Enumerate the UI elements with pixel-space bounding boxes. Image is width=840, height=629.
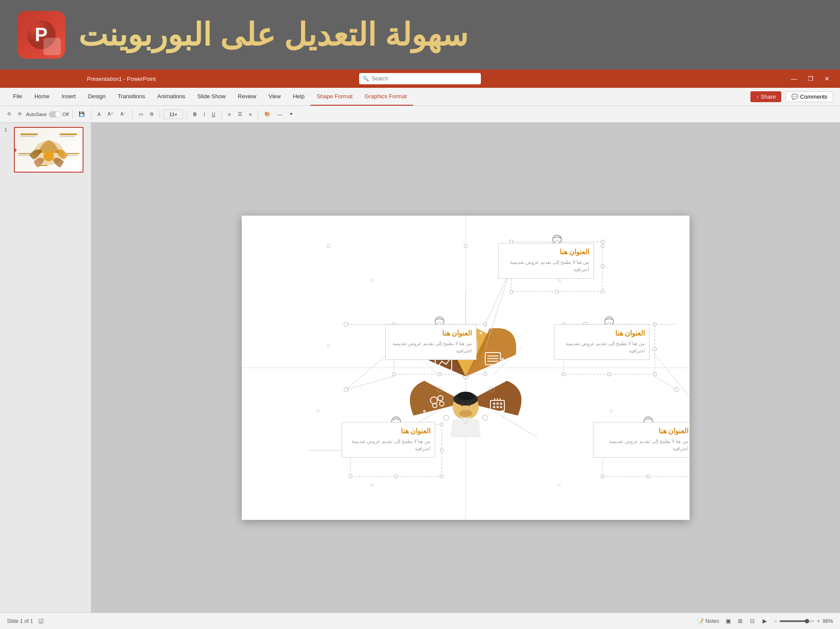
toolbar-fill[interactable]: 🎨 <box>262 109 273 120</box>
zoom-minus[interactable]: − <box>774 618 777 624</box>
svg-point-111 <box>453 393 478 406</box>
svg-point-139 <box>371 280 373 282</box>
status-left: Slide 1 of 1 ☑ <box>7 618 44 625</box>
toolbar-arrange[interactable]: ⧉ <box>147 109 156 120</box>
comments-icon: 💬 <box>791 93 798 100</box>
svg-point-57 <box>349 475 352 478</box>
toolbar-align-center[interactable]: ☰ <box>235 109 245 120</box>
svg-point-37 <box>392 373 396 376</box>
svg-point-38 <box>483 373 487 376</box>
toolbar-italic[interactable]: I <box>201 109 207 120</box>
zoom-slider[interactable] <box>780 620 814 622</box>
svg-point-110 <box>453 394 479 420</box>
toolbar-line[interactable]: — <box>275 109 285 120</box>
svg-point-102 <box>501 358 504 360</box>
tab-help[interactable]: Help <box>287 88 311 106</box>
reading-view-icon[interactable]: ⊡ <box>748 616 757 626</box>
toolbar: ⟲ ⟳ AutoSave Off 💾 A A⁺ A⁻ ▭ ⧉ 11+ B I U… <box>0 106 840 123</box>
svg-line-134 <box>346 376 394 389</box>
ribbon: File Home Insert Design Transitions Anim… <box>0 88 840 106</box>
autosave-pill[interactable] <box>49 111 61 117</box>
minimize-button[interactable]: — <box>788 73 800 85</box>
svg-point-17 <box>464 244 467 248</box>
autosave-toggle[interactable]: AutoSave Off <box>26 111 69 117</box>
toolbar-redo[interactable]: ⟳ <box>15 109 24 120</box>
textbox-top-right-title: العنوان هنا <box>559 329 645 337</box>
autosave-label: AutoSave <box>26 112 47 117</box>
textbox-bottom-left-body: من هنا لا يطمح إلى تقديم عروض تقديمية اح… <box>347 438 430 453</box>
slide-canvas: العنوان هنا من هنا لا يطمح إلى تقديم عرو… <box>242 216 690 520</box>
svg-line-23 <box>494 411 537 437</box>
slide-canvas-area[interactable]: العنوان هنا من هنا لا يطمح إلى تقديم عرو… <box>91 123 840 612</box>
tab-graphics-format[interactable]: Graphics Format <box>359 88 413 106</box>
toolbar-format3[interactable]: A⁻ <box>118 109 129 120</box>
banner-title-part1: سهولة التعديل على <box>220 17 468 52</box>
share-button[interactable]: ↑ Share <box>750 91 781 102</box>
textbox-top-left-body: من هنا لا يطمح إلى تقديم عروض تقديمية اح… <box>390 340 472 355</box>
svg-line-122 <box>485 266 511 349</box>
slide-thumbnail[interactable]: ★ <box>14 127 83 173</box>
tab-file[interactable]: File <box>7 88 28 106</box>
tab-transitions[interactable]: Transitions <box>112 88 151 106</box>
svg-rect-88 <box>493 403 495 405</box>
svg-point-52 <box>653 347 657 351</box>
connection-lines-svg <box>242 216 690 520</box>
textbox-top-right[interactable]: العنوان هنا من هنا لا يطمح إلى تقديم عرو… <box>554 324 650 360</box>
textbox-bottom-left[interactable]: العنوان هنا من هنا لا يطمح إلى تقديم عرو… <box>342 422 435 458</box>
textbox-top-left[interactable]: العنوان هنا من هنا لا يطمح إلى تقديم عرو… <box>385 324 477 360</box>
tab-design[interactable]: Design <box>82 88 111 106</box>
toolbar-underline[interactable]: U <box>209 109 218 120</box>
tab-review[interactable]: Review <box>232 88 263 106</box>
notes-button[interactable]: 📝 Notes <box>697 618 719 624</box>
svg-rect-11 <box>67 153 79 154</box>
search-input[interactable] <box>372 76 477 82</box>
toolbar-align-left[interactable]: ≡ <box>225 109 233 120</box>
tab-home[interactable]: Home <box>28 88 56 106</box>
font-size-box[interactable]: 11+ <box>163 110 183 119</box>
tab-animations[interactable]: Animations <box>151 88 191 106</box>
svg-rect-93 <box>500 406 502 408</box>
toolbar-undo[interactable]: ⟲ <box>4 109 13 120</box>
svg-point-103 <box>506 371 508 373</box>
svg-point-114 <box>468 403 470 406</box>
slide-sorter-icon[interactable]: ⊞ <box>736 616 745 626</box>
svg-text:P: P <box>35 24 47 45</box>
svg-rect-7 <box>60 133 77 135</box>
slideshow-icon[interactable]: ▶ <box>760 616 770 626</box>
svg-point-113 <box>461 403 463 406</box>
restore-button[interactable]: ❐ <box>804 73 817 85</box>
tab-slideshow[interactable]: Slide Show <box>191 88 232 106</box>
svg-point-106 <box>501 410 504 413</box>
toolbar-format2[interactable]: A⁺ <box>105 109 116 120</box>
close-button[interactable]: ✕ <box>821 73 833 85</box>
svg-rect-6 <box>20 136 36 137</box>
svg-point-107 <box>497 419 500 421</box>
toolbar-effects[interactable]: ✦ <box>287 109 296 120</box>
toolbar-shapes[interactable]: ▭ <box>136 109 146 120</box>
tab-insert[interactable]: Insert <box>56 88 82 106</box>
search-bar[interactable]: 🔍 <box>359 73 481 84</box>
svg-point-67 <box>601 475 604 478</box>
tab-shape-format[interactable]: Shape Format <box>310 88 358 106</box>
svg-point-4 <box>43 151 54 161</box>
normal-view-icon[interactable]: ▣ <box>723 616 733 626</box>
toolbar-format1[interactable]: A <box>95 109 103 120</box>
slide-panel: 1 <box>0 123 91 612</box>
tab-view[interactable]: View <box>263 88 287 106</box>
comments-button[interactable]: 💬 Comments <box>786 91 833 102</box>
toolbar-save[interactable]: 💾 <box>76 109 87 120</box>
textbox-bottom-right[interactable]: العنوان هنا من هنا لا يطمح إلى تقديم عرو… <box>593 422 690 458</box>
svg-point-30 <box>555 290 559 293</box>
zoom-plus[interactable]: + <box>817 618 820 624</box>
svg-point-58 <box>440 475 443 478</box>
svg-point-108 <box>458 375 460 378</box>
svg-rect-12 <box>67 155 77 156</box>
toolbar-align-right[interactable]: ≡ <box>247 109 254 120</box>
textbox-top-left-title: العنوان هنا <box>390 329 472 337</box>
svg-point-144 <box>610 410 613 413</box>
toolbar-sep-2 <box>91 110 91 119</box>
textbox-top[interactable]: العنوان هنا من هنا لا يطمح إلى تقديم عرو… <box>498 243 594 279</box>
svg-point-60 <box>394 475 398 478</box>
toolbar-bold[interactable]: B <box>190 109 199 120</box>
notes-icon: 📝 <box>697 618 704 624</box>
